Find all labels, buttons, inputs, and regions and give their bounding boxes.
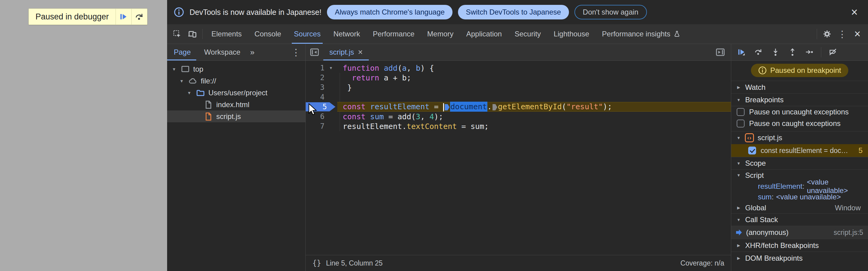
hide-navigator-button[interactable] xyxy=(306,44,323,60)
checkbox-unchecked[interactable] xyxy=(737,108,745,116)
resume-icon xyxy=(737,48,746,56)
step-icon xyxy=(805,48,814,56)
expand-arrow-icon[interactable]: ▼ xyxy=(186,90,193,95)
tab-sources[interactable]: Sources xyxy=(287,24,327,44)
tab-application[interactable]: Application xyxy=(460,24,508,44)
tab-security[interactable]: Security xyxy=(508,24,548,44)
step-into-button[interactable] xyxy=(768,46,783,59)
step-over-next-call-button[interactable] xyxy=(131,9,147,25)
pause-caught-exceptions-row[interactable]: Pause on caught exceptions xyxy=(731,118,868,129)
breakpoints-header[interactable]: ▼ Breakpoints xyxy=(731,94,868,106)
resume-script-button[interactable] xyxy=(116,9,131,25)
continue-to-here-marker[interactable] xyxy=(445,104,450,111)
pause-uncaught-exceptions-row[interactable]: Pause on uncaught exceptions xyxy=(731,106,868,118)
device-toolbar-button[interactable] xyxy=(185,27,200,41)
scope-header[interactable]: ▼ Scope xyxy=(731,157,868,170)
tree-item-script-js[interactable]: script.js xyxy=(167,111,305,122)
inspect-cursor-icon xyxy=(173,30,181,38)
tab-memory[interactable]: Memory xyxy=(421,24,460,44)
expand-arrow-icon[interactable]: ▼ xyxy=(178,79,185,84)
tree-item-file-protocol[interactable]: ▼ file:// xyxy=(167,75,305,87)
scope-variable-resultelement[interactable]: resultElement:<value unavailable> xyxy=(731,181,868,191)
navigator-menu-icon[interactable]: ⋮ xyxy=(291,47,305,58)
notification-bar: DevTools is now available in Japanese! A… xyxy=(167,0,868,24)
inspect-element-button[interactable] xyxy=(169,27,185,41)
always-match-language-button[interactable]: Always match Chrome's language xyxy=(327,5,453,20)
controls-divider xyxy=(821,47,821,57)
navigator-tab-workspace[interactable]: Workspace xyxy=(197,44,247,60)
editor-tab-script-js[interactable]: script.js × xyxy=(323,44,369,60)
step-over-button[interactable] xyxy=(751,46,766,59)
resume-button[interactable] xyxy=(734,46,749,59)
page-background: Paused in debugger xyxy=(0,0,167,271)
deactivate-breakpoints-button[interactable] xyxy=(825,46,841,59)
dom-breakpoints-section: ▶ DOM Breakpoints xyxy=(731,251,868,264)
notification-close-icon[interactable]: × xyxy=(847,5,861,19)
step-over-icon xyxy=(135,12,144,21)
editor-tabstrip: script.js × xyxy=(306,44,731,61)
paused-in-debugger-label: Paused in debugger xyxy=(29,9,116,25)
collapse-arrow-icon: ▼ xyxy=(736,98,741,102)
tab-console[interactable]: Console xyxy=(248,24,287,44)
resume-icon xyxy=(119,12,128,21)
step-into-icon xyxy=(771,48,780,56)
mouse-cursor xyxy=(308,103,317,115)
switch-devtools-japanese-button[interactable]: Switch DevTools to Japanese xyxy=(458,5,569,20)
call-stack-header[interactable]: ▼ Call Stack xyxy=(731,214,868,226)
coverage-status: Coverage: n/a xyxy=(681,259,724,267)
breakpoint-entry[interactable]: const resultElement = doc… 5 xyxy=(731,144,868,157)
xhr-breakpoints-section: ▶ XHR/fetch Breakpoints xyxy=(731,239,868,251)
toggle-debugger-sidebar-button[interactable] xyxy=(712,44,729,60)
xhr-breakpoints-header[interactable]: ▶ XHR/fetch Breakpoints xyxy=(731,239,868,251)
tree-item-top[interactable]: ▼ top xyxy=(167,63,305,75)
devtools-toolbar: Elements Console Sources Network Perform… xyxy=(167,24,868,44)
more-navigator-tabs-button[interactable]: » xyxy=(247,44,258,60)
tree-item-index-html[interactable]: index.html xyxy=(167,99,305,111)
global-scope-value: Window xyxy=(835,204,863,212)
panel-right-toggle-icon xyxy=(715,47,725,57)
checkbox-unchecked[interactable] xyxy=(737,120,745,127)
call-stack-frame[interactable]: (anonymous) script.js:5 xyxy=(731,226,868,239)
info-icon xyxy=(174,7,184,17)
text-caret xyxy=(443,103,444,111)
settings-button[interactable] xyxy=(819,27,835,41)
step-over-icon xyxy=(754,48,763,56)
file-tree: ▼ top ▼ file:// ▼ xyxy=(167,61,305,271)
tab-performance-insights[interactable]: Performance insights xyxy=(596,24,687,44)
watch-header[interactable]: ▶ Watch xyxy=(731,81,868,93)
editor-status-bar: {} Line 5, Column 25 Coverage: n/a xyxy=(306,255,731,271)
code-line-2: 2 return a + b; xyxy=(306,73,731,83)
exception-options: Pause on uncaught exceptions Pause on ca… xyxy=(731,106,868,131)
devtools-window: DevTools is now available in Japanese! A… xyxy=(167,0,868,271)
breakpoint-file-group[interactable]: ▼ ‹› script.js xyxy=(731,131,868,144)
dom-breakpoints-header[interactable]: ▶ DOM Breakpoints xyxy=(731,252,868,264)
current-frame-arrow-icon xyxy=(736,230,742,236)
tab-lighthouse[interactable]: Lighthouse xyxy=(547,24,595,44)
code-editor[interactable]: 1 ▼ function add(a, b) { 2 return a + b;… xyxy=(306,61,731,255)
pretty-print-icon[interactable]: {} xyxy=(312,259,321,267)
scope-global-row[interactable]: ▶ Global Window xyxy=(731,202,868,213)
collapse-arrow-icon: ▶ xyxy=(736,206,741,210)
checkbox-checked[interactable] xyxy=(748,147,756,154)
tab-close-icon[interactable]: × xyxy=(358,48,363,57)
close-devtools-button[interactable]: × xyxy=(850,27,865,41)
expand-arrow-icon[interactable]: ▼ xyxy=(171,67,178,71)
code-line-3: 3 } xyxy=(306,83,731,92)
tab-elements[interactable]: Elements xyxy=(205,24,248,44)
paused-banner-area: Paused on breakpoint xyxy=(731,61,868,81)
tree-item-project-folder[interactable]: ▼ Users/user/project xyxy=(167,87,305,99)
fold-arrow-icon[interactable]: ▼ xyxy=(324,66,337,70)
tab-network[interactable]: Network xyxy=(327,24,366,44)
call-stack-section: ▼ Call Stack (anonymous) script.js:5 xyxy=(731,213,868,239)
frame-location: script.js:5 xyxy=(834,229,863,237)
step-out-button[interactable] xyxy=(784,46,800,59)
dont-show-again-button[interactable]: Don't show again xyxy=(575,5,647,20)
navigator-tab-page[interactable]: Page xyxy=(167,44,197,60)
folder-icon xyxy=(196,88,205,97)
continue-to-here-marker[interactable] xyxy=(493,104,497,111)
step-out-icon xyxy=(788,48,797,56)
step-button[interactable] xyxy=(802,46,817,59)
toolbar-right-controls: ⋮ × xyxy=(814,27,868,41)
more-options-button[interactable]: ⋮ xyxy=(835,27,850,41)
tab-performance[interactable]: Performance xyxy=(366,24,421,44)
